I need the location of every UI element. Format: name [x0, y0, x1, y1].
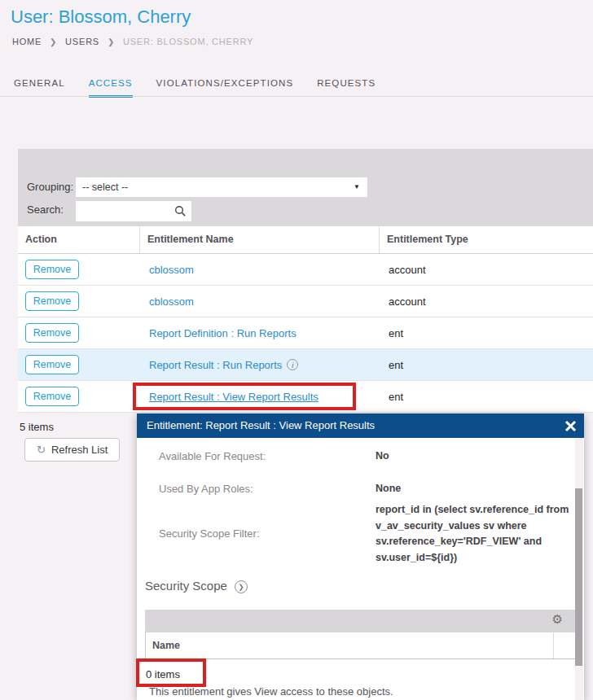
tab-general[interactable]: GENERAL [14, 78, 65, 98]
entitlement-details-popup: Entitlement: Report Result : View Report… [137, 413, 584, 700]
breadcrumb: HOME ❯ USERS ❯ USER: BLOSSOM, CHERRY [12, 37, 253, 46]
entitlement-link[interactable]: Report Result : Run Reports [149, 359, 282, 371]
popup-header: Entitlement: Report Result : View Report… [137, 413, 584, 438]
field-value-used-by-app-roles: None [376, 483, 401, 494]
breadcrumb-separator-icon: ❯ [50, 37, 57, 46]
field-value-security-scope-filter: report_id in (select sv.reference_id fro… [376, 502, 585, 566]
close-icon[interactable] [564, 420, 577, 432]
entitlement-type: ent [389, 359, 403, 371]
column-header-action: Action [18, 226, 140, 253]
remove-button[interactable]: Remove [25, 387, 79, 406]
refresh-icon: ↻ [37, 444, 46, 456]
security-scope-label: Security Scope [145, 579, 227, 593]
gear-icon[interactable]: ⚙ [552, 612, 563, 627]
entitlement-type: account [389, 264, 426, 276]
chevron-circle-icon[interactable]: ❯ [235, 580, 248, 593]
popup-title: Entitlement: Report Result : View Report… [147, 419, 375, 431]
entitlement-link[interactable]: cblossom [149, 264, 194, 276]
breadcrumb-users[interactable]: USERS [65, 37, 99, 46]
popup-footnote: This entitlement gives View access to th… [149, 685, 393, 698]
remove-button[interactable]: Remove [25, 291, 79, 311]
annotation-box-view-report-results [133, 383, 356, 410]
field-label-used-by-app-roles: Used By App Roles: [159, 483, 253, 495]
remove-button[interactable]: Remove [25, 355, 79, 374]
column-header-entitlement-type[interactable]: Entitlement Type [380, 226, 593, 253]
entitlement-link[interactable]: Report Definition : Run Reports [149, 327, 296, 339]
tab-requests[interactable]: REQUESTS [317, 78, 376, 98]
scope-table-toolbar: ⚙ [145, 610, 576, 632]
table-header-row: Action Entitlement Name Entitlement Type [18, 226, 593, 254]
breadcrumb-separator-icon: ❯ [108, 37, 115, 46]
search-icon[interactable] [174, 205, 187, 217]
page-title: User: Blossom, Cherry [11, 7, 191, 28]
info-icon[interactable]: i [287, 359, 298, 370]
grouping-selected-value: -- select -- [82, 182, 128, 193]
search-box [76, 201, 191, 221]
scope-column-divider [553, 632, 554, 658]
field-value-available-for-request: No [376, 450, 389, 462]
search-input[interactable] [76, 201, 172, 221]
grouping-label: Grouping: [27, 181, 73, 193]
search-label: Search: [27, 203, 64, 216]
field-label-available-for-request: Available For Request: [159, 450, 266, 462]
table-row-highlighted: Remove Report Result : Run Reports i ent [18, 349, 593, 381]
field-label-security-scope-filter: Security Scope Filter: [159, 527, 260, 540]
breadcrumb-home[interactable]: HOME [12, 37, 42, 46]
table-item-count: 5 items [20, 421, 54, 433]
caret-down-icon: ▼ [354, 177, 360, 197]
grouping-select[interactable]: -- select -- ▼ [76, 177, 367, 197]
remove-button[interactable]: Remove [25, 323, 79, 343]
tab-divider [0, 96, 593, 97]
remove-button[interactable]: Remove [25, 260, 79, 279]
table-row: Remove Report Definition : Run Reports e… [18, 317, 593, 349]
scope-table-header-row: Name [145, 632, 576, 659]
table-row: Remove cblossom account [18, 286, 593, 317]
security-scope-section-title: Security Scope ❯ [145, 579, 248, 593]
tab-bar: GENERAL ACCESS VIOLATIONS/EXCEPTIONS REQ… [14, 78, 399, 98]
table-row: Remove cblossom account [18, 254, 593, 286]
breadcrumb-current: USER: BLOSSOM, CHERRY [123, 37, 253, 46]
popup-scrollbar-thumb[interactable] [575, 488, 582, 666]
scope-column-header-name[interactable]: Name [146, 632, 575, 658]
tab-violations-exceptions[interactable]: VIOLATIONS/EXCEPTIONS [156, 78, 294, 98]
annotation-box-zero-items [136, 658, 206, 687]
entitlement-type: ent [389, 327, 403, 339]
filter-panel: Grouping: -- select -- ▼ Search: [18, 149, 593, 226]
column-header-entitlement-name[interactable]: Entitlement Name [140, 226, 380, 253]
entitlement-type: account [389, 295, 426, 308]
entitlement-link[interactable]: cblossom [149, 295, 194, 308]
page: User: Blossom, Cherry HOME ❯ USERS ❯ USE… [0, 0, 593, 700]
tab-access[interactable]: ACCESS [89, 78, 133, 98]
entitlement-type: ent [389, 391, 403, 403]
refresh-list-label: Refresh List [51, 444, 108, 456]
refresh-list-button[interactable]: ↻Refresh List [24, 438, 120, 462]
